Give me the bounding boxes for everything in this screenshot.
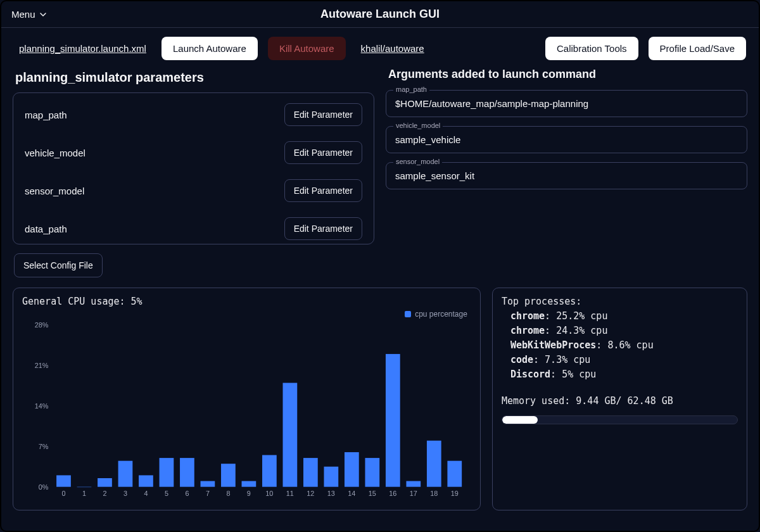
vehicle-model-input[interactable]	[386, 126, 747, 153]
svg-rect-19	[201, 481, 215, 487]
argument-label: map_path	[393, 86, 429, 93]
svg-rect-21	[221, 464, 236, 486]
svg-text:19: 19	[451, 490, 459, 497]
svg-text:7: 7	[206, 490, 210, 497]
svg-text:0%: 0%	[39, 483, 49, 491]
launch-file-link[interactable]: planning_simulator.launch.xml	[14, 41, 151, 56]
svg-rect-17	[180, 458, 194, 487]
svg-rect-25	[262, 455, 277, 487]
svg-text:15: 15	[369, 490, 376, 497]
svg-rect-27	[283, 383, 298, 487]
svg-text:8: 8	[226, 490, 230, 497]
cpu-usage-panel: General CPU usage: 5% cpu percentage 0%7…	[13, 288, 481, 510]
svg-rect-33	[345, 452, 359, 487]
svg-text:6: 6	[185, 490, 189, 497]
svg-rect-37	[386, 354, 400, 487]
svg-text:11: 11	[286, 490, 294, 497]
parameter-name: data_path	[25, 224, 67, 234]
process-row: code: 7.3% cpu	[510, 354, 738, 365]
svg-rect-43	[447, 461, 462, 487]
map-path-input[interactable]	[386, 90, 747, 117]
svg-text:21%: 21%	[35, 362, 49, 369]
parameters-title: planning_simulator parameters	[15, 70, 374, 85]
process-list: chrome: 25.2% cpu chrome: 24.3% cpu WebK…	[502, 310, 738, 380]
top-processes-panel: Top processes: chrome: 25.2% cpu chrome:…	[492, 288, 747, 510]
svg-text:2: 2	[103, 490, 106, 497]
svg-text:4: 4	[144, 490, 148, 497]
svg-text:0: 0	[61, 490, 65, 497]
argument-label: vehicle_model	[393, 122, 443, 129]
svg-rect-5	[56, 475, 71, 486]
edit-parameter-button[interactable]: Edit Parameter	[284, 103, 362, 126]
svg-text:7%: 7%	[39, 443, 49, 450]
parameter-row: vehicle_model Edit Parameter	[21, 134, 366, 172]
legend-label: cpu percentage	[415, 310, 467, 319]
svg-rect-35	[365, 458, 379, 487]
edit-parameter-button[interactable]: Edit Parameter	[284, 217, 362, 240]
bottom-panels: General CPU usage: 5% cpu percentage 0%7…	[1, 288, 759, 519]
svg-text:18: 18	[430, 490, 438, 497]
calibration-tools-button[interactable]: Calibration Tools	[545, 37, 638, 60]
app-header: Menu Autoware Launch GUI	[1, 1, 759, 28]
argument-field: map_path	[386, 90, 747, 117]
argument-field: vehicle_model	[386, 126, 747, 153]
parameter-row: sensor_model Edit Parameter	[21, 172, 366, 210]
process-row: Discord: 5% cpu	[510, 369, 738, 380]
parameters-list: map_path Edit Parameter vehicle_model Ed…	[13, 92, 374, 244]
process-row: WebKitWebProces: 8.6% cpu	[510, 339, 738, 351]
svg-rect-9	[98, 478, 112, 487]
svg-text:17: 17	[410, 490, 417, 497]
svg-rect-29	[303, 458, 318, 487]
menu-label: Menu	[11, 9, 35, 20]
svg-text:1: 1	[82, 490, 86, 497]
argument-field: sensor_model	[386, 162, 747, 189]
svg-rect-31	[324, 467, 338, 487]
profile-load-save-button[interactable]: Profile Load/Save	[649, 37, 746, 60]
svg-rect-23	[242, 481, 256, 487]
process-row: chrome: 25.2% cpu	[510, 310, 738, 322]
process-row: chrome: 24.3% cpu	[510, 325, 738, 336]
svg-rect-7	[77, 487, 92, 488]
launch-autoware-button[interactable]: Launch Autoware	[162, 37, 258, 60]
svg-text:14%: 14%	[35, 402, 49, 410]
svg-rect-15	[160, 458, 174, 487]
svg-text:3: 3	[124, 490, 127, 497]
svg-rect-39	[406, 481, 421, 487]
svg-text:9: 9	[247, 490, 251, 497]
svg-rect-13	[139, 475, 153, 486]
edit-parameter-button[interactable]: Edit Parameter	[284, 141, 362, 164]
svg-text:14: 14	[348, 490, 355, 497]
svg-text:10: 10	[265, 490, 273, 497]
app-title: Autoware Launch GUI	[1, 8, 759, 21]
cpu-title: General CPU usage: 5%	[22, 296, 471, 307]
workspace-link[interactable]: khalil/autoware	[356, 41, 429, 56]
memory-bar-fill	[502, 416, 538, 424]
memory-bar	[502, 415, 738, 424]
menu-button[interactable]: Menu	[1, 5, 57, 23]
svg-rect-11	[118, 461, 133, 487]
parameter-name: vehicle_model	[25, 148, 86, 158]
edit-parameter-button[interactable]: Edit Parameter	[284, 179, 362, 202]
parameter-row: data_path Edit Parameter	[21, 210, 366, 244]
kill-autoware-button[interactable]: Kill Autoware	[268, 37, 346, 60]
svg-rect-41	[427, 441, 441, 487]
chevron-down-icon	[39, 11, 47, 18]
chart-legend: cpu percentage	[405, 310, 467, 319]
sensor-model-input[interactable]	[386, 162, 747, 189]
arguments-title: Arguments added to launch command	[388, 68, 747, 81]
svg-text:5: 5	[165, 490, 168, 497]
argument-label: sensor_model	[393, 158, 442, 165]
parameter-row: map_path Edit Parameter	[21, 96, 366, 134]
svg-text:13: 13	[327, 490, 335, 497]
legend-swatch-icon	[405, 311, 411, 317]
svg-text:12: 12	[307, 490, 314, 497]
toolbar: planning_simulator.launch.xml Launch Aut…	[1, 28, 759, 66]
svg-text:16: 16	[389, 490, 396, 497]
cpu-chart: cpu percentage 0%7%14%21%28%012345678910…	[22, 310, 471, 502]
svg-text:28%: 28%	[35, 321, 49, 329]
parameter-name: map_path	[25, 110, 67, 120]
top-processes-title: Top processes:	[502, 296, 738, 307]
select-config-file-button[interactable]: Select Config File	[14, 253, 103, 277]
content-area: planning_simulator parameters map_path E…	[1, 66, 759, 285]
memory-used-label: Memory used: 9.44 GB/ 62.48 GB	[502, 395, 738, 407]
